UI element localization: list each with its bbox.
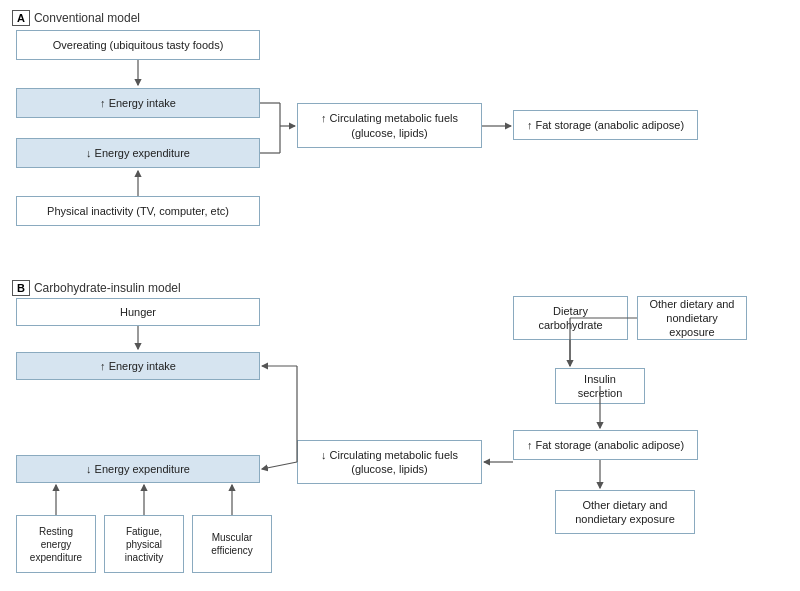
diagram-container: A Conventional model Overeating (ubiquit…	[0, 0, 800, 591]
section-b-title: Carbohydrate-insulin model	[34, 281, 181, 295]
section-a-title: Conventional model	[34, 11, 140, 25]
muscular-efficiency-box: Muscular efficiency	[192, 515, 272, 573]
circulating-fuels-a: ↑ Circulating metabolic fuels (glucose, …	[297, 103, 482, 148]
fat-storage-a: ↑ Fat storage (anabolic adipose)	[513, 110, 698, 140]
section-b-label: B	[12, 280, 30, 296]
hunger-box: Hunger	[16, 298, 260, 326]
other-dietary-1-box: Other dietary and nondietary exposure	[637, 296, 747, 340]
fat-storage-b: ↑ Fat storage (anabolic adipose)	[513, 430, 698, 460]
section-a-label: A	[12, 10, 30, 26]
circulating-fuels-b: ↓ Circulating metabolic fuels (glucose, …	[297, 440, 482, 484]
energy-intake-a: ↑ Energy intake	[16, 88, 260, 118]
fatigue-box: Fatigue, physical inactivity	[104, 515, 184, 573]
energy-expenditure-a: ↓ Energy expenditure	[16, 138, 260, 168]
physical-inactivity-box: Physical inactivity (TV, computer, etc)	[16, 196, 260, 226]
energy-intake-b: ↑ Energy intake	[16, 352, 260, 380]
dietary-carbohydrate-box: Dietary carbohydrate	[513, 296, 628, 340]
other-dietary-2-box: Other dietary and nondietary exposure	[555, 490, 695, 534]
energy-expenditure-b: ↓ Energy expenditure	[16, 455, 260, 483]
resting-energy-box: Resting energy expenditure	[16, 515, 96, 573]
insulin-secretion-box: Insulin secretion	[555, 368, 645, 404]
svg-line-17	[262, 462, 297, 469]
overeating-box: Overeating (ubiquitous tasty foods)	[16, 30, 260, 60]
